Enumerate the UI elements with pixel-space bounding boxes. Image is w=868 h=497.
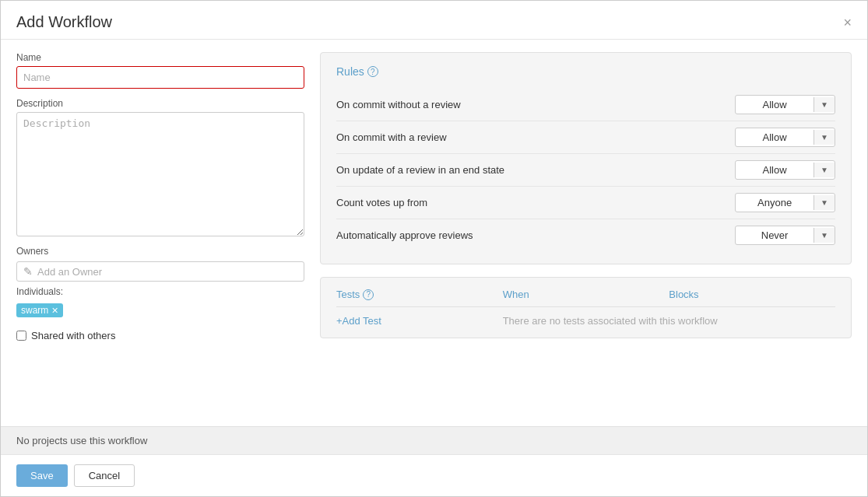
rule-label-0: On commit without a review — [336, 99, 461, 110]
rule-row-2: On update of a review in an end state Al… — [336, 154, 835, 187]
save-button[interactable]: Save — [16, 464, 68, 487]
tests-help-icon[interactable]: ? — [363, 289, 374, 300]
shared-checkbox[interactable] — [16, 331, 26, 341]
rule-select-3[interactable]: Anyone ▼ — [735, 193, 835, 212]
rules-box: Rules ? On commit without a review Allow… — [320, 52, 852, 264]
name-input[interactable] — [16, 66, 304, 89]
rule-value-2: Allow — [736, 161, 814, 179]
rule-value-1: Allow — [736, 128, 814, 146]
rule-select-4[interactable]: Never ▼ — [735, 226, 835, 245]
rule-arrow-2[interactable]: ▼ — [814, 163, 835, 177]
owners-label: Owners — [16, 246, 304, 257]
shared-with-others: Shared with others — [16, 330, 304, 341]
rule-arrow-3[interactable]: ▼ — [814, 195, 835, 210]
owners-section: Owners ✎ Individuals: swarm ✕ — [16, 246, 304, 317]
shared-label: Shared with others — [31, 330, 115, 341]
cancel-button[interactable]: Cancel — [74, 464, 135, 487]
rule-label-2: On update of a review in an end state — [336, 164, 504, 176]
footer-info-text: No projects use this workflow — [16, 435, 147, 446]
description-label: Description — [16, 98, 304, 109]
description-group: Description — [16, 98, 304, 236]
name-group: Name — [16, 52, 304, 89]
tag-list: swarm ✕ — [16, 303, 304, 317]
add-owner-input[interactable] — [37, 266, 297, 278]
rule-arrow-1[interactable]: ▼ — [814, 130, 835, 145]
close-button[interactable]: × — [843, 16, 852, 30]
rules-help-icon[interactable]: ? — [367, 66, 378, 77]
rule-select-1[interactable]: Allow ▼ — [735, 128, 835, 147]
person-icon: ✎ — [23, 265, 33, 278]
individuals-label: Individuals: — [16, 286, 304, 297]
rule-arrow-0[interactable]: ▼ — [814, 97, 835, 112]
rule-row-1: On commit with a review Allow ▼ — [336, 121, 835, 154]
add-workflow-dialog: Add Workflow × Name Description Owners ✎ — [0, 0, 868, 497]
footer-actions: Save Cancel — [1, 454, 867, 496]
rule-label-3: Count votes up from — [336, 197, 427, 208]
swarm-tag: swarm ✕ — [16, 303, 63, 317]
rules-title-text: Rules — [336, 65, 364, 78]
rules-rows: On commit without a review Allow ▼ On co… — [336, 89, 835, 251]
rule-label-4: Automatically approve reviews — [336, 229, 473, 241]
rule-row-4: Automatically approve reviews Never ▼ — [336, 219, 835, 251]
rules-title: Rules ? — [336, 65, 835, 78]
tests-body: +Add Test There are no tests associated … — [336, 315, 835, 327]
right-panel: Rules ? On commit without a review Allow… — [320, 52, 852, 414]
rule-value-0: Allow — [736, 96, 814, 114]
description-input[interactable] — [16, 112, 304, 236]
rule-value-4: Never — [736, 226, 814, 244]
tests-box: Tests ? When Blocks +Add Test There are … — [320, 277, 852, 338]
rule-row-0: On commit without a review Allow ▼ — [336, 89, 835, 121]
remove-tag-button[interactable]: ✕ — [51, 306, 58, 315]
rule-value-3: Anyone — [736, 194, 814, 212]
rule-label-1: On commit with a review — [336, 131, 447, 143]
footer-info: No projects use this workflow — [1, 426, 867, 454]
tests-title: Tests — [336, 289, 360, 300]
tag-label: swarm — [21, 305, 48, 316]
tests-blocks-col: Blocks — [669, 289, 835, 300]
tests-empty-message: There are no tests associated with this … — [503, 315, 835, 327]
dialog-header: Add Workflow × — [1, 1, 867, 40]
name-label: Name — [16, 52, 304, 63]
owners-input-wrap[interactable]: ✎ — [16, 261, 304, 282]
rule-arrow-4[interactable]: ▼ — [814, 228, 835, 243]
tests-when-col: When — [503, 289, 669, 300]
rule-select-0[interactable]: Allow ▼ — [735, 95, 835, 114]
dialog-title: Add Workflow — [16, 13, 112, 31]
rule-select-2[interactable]: Allow ▼ — [735, 160, 835, 180]
dialog-body: Name Description Owners ✎ Individuals: s… — [1, 40, 867, 426]
rule-row-3: Count votes up from Anyone ▼ — [336, 187, 835, 219]
tests-header: Tests ? When Blocks — [336, 289, 835, 307]
add-test-link[interactable]: +Add Test — [336, 315, 503, 327]
left-panel: Name Description Owners ✎ Individuals: s… — [16, 52, 304, 414]
